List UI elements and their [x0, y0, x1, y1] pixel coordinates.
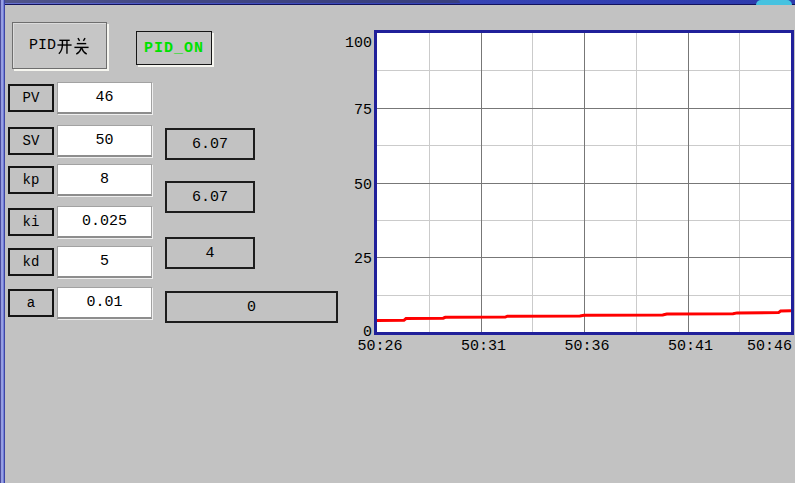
window-left-edge	[0, 0, 5, 483]
x-tick-label: 50:36	[556, 338, 618, 355]
param-label-sv: SV	[8, 127, 54, 155]
param-label-kp-text: kp	[23, 172, 40, 188]
param-label-kp: kp	[8, 166, 54, 194]
y-tick-label: 100	[326, 35, 372, 53]
y-tick-label: 25	[326, 251, 372, 269]
hanzi-kai-icon	[56, 36, 73, 55]
window-top-edge	[0, 0, 795, 5]
param-label-a-text: a	[27, 295, 35, 311]
x-tick-label: 50:26	[349, 338, 411, 355]
param-input-kp[interactable]	[57, 164, 152, 196]
output-display-2: 6.07	[165, 181, 255, 213]
param-label-a: a	[8, 289, 54, 317]
param-label-pv-text: PV	[23, 90, 40, 106]
param-input-pv[interactable]	[57, 82, 152, 114]
pid-status-label: PID_ON	[144, 40, 204, 57]
param-input-a[interactable]	[57, 287, 152, 319]
output-display-4-value: 0	[247, 299, 256, 316]
output-display-1: 6.07	[165, 128, 255, 160]
param-label-kd: kd	[8, 248, 54, 276]
trend-plot	[377, 33, 791, 332]
param-label-pv: PV	[8, 84, 54, 112]
y-tick-label: 75	[326, 102, 372, 120]
param-label-sv-text: SV	[23, 133, 40, 149]
x-tick-label: 50:41	[660, 338, 722, 355]
output-display-2-value: 6.07	[192, 189, 228, 206]
output-display-3: 4	[165, 237, 255, 269]
param-label-kd-text: kd	[23, 254, 40, 270]
hmi-pid-screen: PID PID_ON PV SV kp ki kd a 6.07 6.07 4 …	[0, 0, 795, 483]
y-tick-label: 50	[326, 177, 372, 195]
output-display-1-value: 6.07	[192, 136, 228, 153]
x-tick-label: 50:31	[453, 338, 515, 355]
pid-switch-label-latin: PID	[29, 37, 56, 54]
param-label-ki: ki	[8, 208, 54, 236]
pid-switch-button[interactable]: PID	[12, 22, 107, 69]
trend-chart: 100755025050:2650:3150:3650:4150:46	[374, 30, 794, 335]
param-input-ki[interactable]	[57, 206, 152, 238]
x-tick-label: 50:46	[744, 338, 792, 355]
hanzi-guan-icon	[73, 36, 90, 55]
window-top-edge-shade	[0, 0, 460, 3]
pid-status-indicator: PID_ON	[136, 31, 212, 65]
output-display-3-value: 4	[205, 245, 214, 262]
window-titlebar-button-partial	[756, 0, 792, 5]
param-input-kd[interactable]	[57, 246, 152, 278]
output-display-4: 0	[165, 291, 338, 323]
param-input-sv[interactable]	[57, 125, 152, 157]
param-label-ki-text: ki	[23, 214, 40, 230]
